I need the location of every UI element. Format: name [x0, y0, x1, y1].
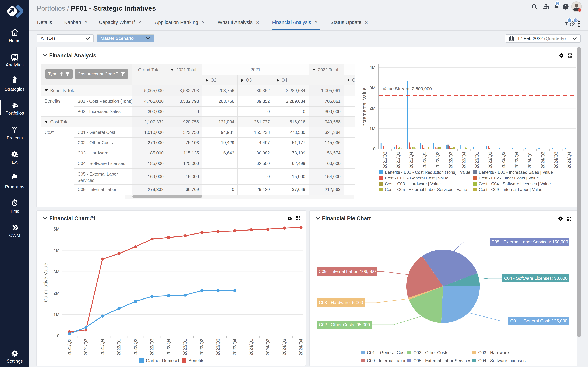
svg-text:2021/Q4: 2021/Q4	[409, 152, 414, 168]
svg-text:2024/Q3: 2024/Q3	[553, 152, 558, 168]
svg-text:?: ?	[564, 5, 567, 9]
svg-text:2023/Q1: 2023/Q1	[182, 339, 187, 355]
svg-text:0: 0	[57, 334, 60, 338]
svg-text:2022/Q1: 2022/Q1	[422, 152, 427, 168]
svg-text:5M: 5M	[53, 226, 60, 231]
svg-text:2023/Q4: 2023/Q4	[232, 339, 237, 355]
svg-text:2024/Q2: 2024/Q2	[265, 339, 270, 355]
svg-text:2024/Q4: 2024/Q4	[567, 152, 571, 168]
svg-text:2021/Q3: 2021/Q3	[396, 152, 401, 168]
svg-text:2023/Q3: 2023/Q3	[501, 152, 506, 168]
svg-text:0: 0	[373, 146, 376, 151]
svg-text:4M: 4M	[53, 248, 60, 253]
svg-text:2024/Q4: 2024/Q4	[298, 339, 303, 355]
svg-text:2022/Q3: 2022/Q3	[448, 152, 453, 168]
svg-text:2024/Q1: 2024/Q1	[527, 152, 532, 168]
svg-text:2021/Q4: 2021/Q4	[100, 339, 105, 355]
svg-text:2M: 2M	[369, 106, 376, 111]
svg-text:2022/Q2: 2022/Q2	[133, 339, 138, 355]
svg-text:1M: 1M	[53, 312, 60, 317]
svg-text:2M: 2M	[53, 291, 60, 296]
svg-text:2024/Q2: 2024/Q2	[540, 152, 545, 168]
svg-text:2023/Q2: 2023/Q2	[488, 152, 493, 168]
svg-text:2023/Q1: 2023/Q1	[475, 152, 479, 168]
svg-text:2023/Q3: 2023/Q3	[216, 339, 221, 355]
svg-text:2022/Q1: 2022/Q1	[116, 339, 121, 355]
svg-text:2021/Q2: 2021/Q2	[382, 152, 388, 168]
svg-text:3M: 3M	[53, 269, 60, 274]
svg-text:Cumulative Value: Cumulative Value	[43, 263, 49, 302]
svg-text:2022/Q4: 2022/Q4	[166, 339, 171, 355]
svg-text:4M: 4M	[369, 65, 376, 70]
svg-text:2024/Q1: 2024/Q1	[249, 339, 254, 355]
svg-text:2022/Q2: 2022/Q2	[435, 152, 440, 168]
svg-text:Incremental Value: Incremental Value	[362, 87, 367, 128]
svg-text:Value Stream: 2,600,000: Value Stream: 2,600,000	[382, 86, 432, 91]
svg-text:2021/Q3: 2021/Q3	[83, 339, 88, 355]
svg-text:2022/Q3: 2022/Q3	[149, 339, 154, 355]
svg-text:2021/Q2: 2021/Q2	[67, 339, 72, 355]
svg-text:2023/Q2: 2023/Q2	[199, 339, 204, 355]
svg-text:1M: 1M	[369, 126, 376, 131]
svg-text:3M: 3M	[369, 85, 376, 90]
svg-text:2024/Q3: 2024/Q3	[282, 339, 287, 355]
svg-text:2023/Q4: 2023/Q4	[514, 152, 519, 168]
svg-text:2022/Q4: 2022/Q4	[461, 152, 466, 168]
